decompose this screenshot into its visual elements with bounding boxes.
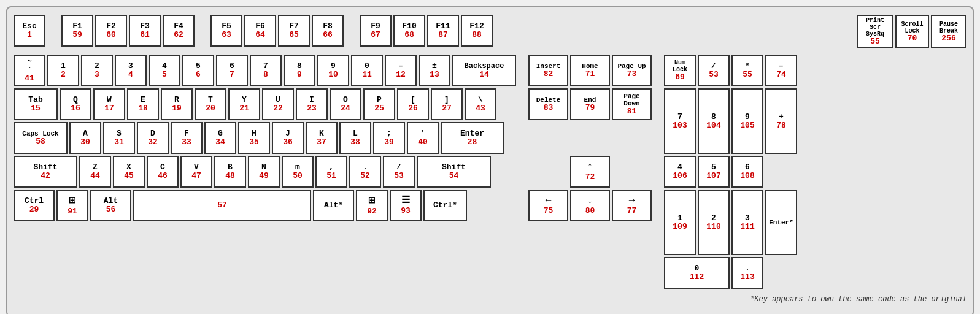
key-s[interactable]: S31 xyxy=(103,122,135,154)
key-npadd[interactable]: +78 xyxy=(765,88,797,154)
key-f[interactable]: F33 xyxy=(171,122,203,154)
key-f9[interactable]: F9 67 xyxy=(360,15,392,47)
key-right[interactable]: →77 xyxy=(612,190,652,221)
key-h[interactable]: H35 xyxy=(238,122,270,154)
key-rbracket[interactable]: ]27 xyxy=(431,88,463,120)
key-down[interactable]: ↓80 xyxy=(570,190,610,221)
key-n[interactable]: N49 xyxy=(248,156,280,188)
key-t[interactable]: T20 xyxy=(195,88,226,120)
key-lshift[interactable]: Shift42 xyxy=(14,156,77,188)
key-4[interactable]: 45 xyxy=(149,55,180,86)
key-f7[interactable]: F7 65 xyxy=(278,15,310,47)
key-rctrl[interactable]: Ctrl* xyxy=(423,190,467,221)
key-npenter[interactable]: Enter* xyxy=(765,190,797,255)
key-up[interactable]: ↑72 xyxy=(570,156,610,188)
key-7[interactable]: 78 xyxy=(250,55,282,86)
key-y[interactable]: Y21 xyxy=(228,88,260,120)
key-menu[interactable]: ☰ 93 xyxy=(390,190,422,221)
key-j[interactable]: J36 xyxy=(272,122,304,154)
key-8[interactable]: 89 xyxy=(284,55,315,86)
key-p[interactable]: P25 xyxy=(363,88,395,120)
key-lctrl[interactable]: Ctrl29 xyxy=(14,190,55,221)
key-u[interactable]: U22 xyxy=(262,88,294,120)
key-semicolon[interactable]: ;39 xyxy=(373,122,405,154)
key-f1[interactable]: F1 59 xyxy=(61,15,93,47)
key-slash[interactable]: /53 xyxy=(383,156,415,188)
key-r[interactable]: R19 xyxy=(161,88,193,120)
key-d[interactable]: D32 xyxy=(137,122,169,154)
key-o[interactable]: O24 xyxy=(330,88,361,120)
key-quote[interactable]: '40 xyxy=(407,122,439,154)
key-f10[interactable]: F10 68 xyxy=(393,15,425,47)
key-home[interactable]: Home71 xyxy=(570,55,610,86)
key-npdiv[interactable]: /53 xyxy=(698,55,730,86)
key-k[interactable]: K37 xyxy=(306,122,338,154)
key-lalt[interactable]: Alt56 xyxy=(90,190,131,221)
key-end[interactable]: End79 xyxy=(570,88,610,120)
key-pagedown[interactable]: PageDown81 xyxy=(612,88,652,120)
key-6[interactable]: 67 xyxy=(216,55,248,86)
key-l[interactable]: L38 xyxy=(339,122,371,154)
key-f6[interactable]: F6 64 xyxy=(244,15,276,47)
key-f3[interactable]: F3 61 xyxy=(129,15,161,47)
key-ralt[interactable]: Alt* xyxy=(313,190,354,221)
key-f2[interactable]: F2 60 xyxy=(95,15,127,47)
key-scrolllock[interactable]: ScrollLock 70 xyxy=(895,15,929,48)
key-np8[interactable]: 8104 xyxy=(698,88,730,154)
key-rshift[interactable]: Shift54 xyxy=(417,156,491,188)
key-b[interactable]: B48 xyxy=(214,156,246,188)
key-comma[interactable]: ,51 xyxy=(315,156,347,188)
key-2[interactable]: 23 xyxy=(81,55,113,86)
key-np6[interactable]: 6108 xyxy=(731,156,763,188)
key-i[interactable]: I23 xyxy=(296,88,328,120)
key-v[interactable]: V47 xyxy=(180,156,212,188)
key-f12[interactable]: F12 88 xyxy=(461,15,493,47)
key-np4[interactable]: 4106 xyxy=(664,156,696,188)
key-equals[interactable]: ± 13 xyxy=(419,55,450,86)
key-q[interactable]: Q16 xyxy=(60,88,91,120)
key-numlock[interactable]: NumLock69 xyxy=(664,55,696,86)
key-minus[interactable]: – 12 xyxy=(385,55,417,86)
key-tilde[interactable]: ~` 41 xyxy=(14,55,45,86)
key-a[interactable]: A30 xyxy=(69,122,101,154)
key-rwin[interactable]: ⊞ 92 xyxy=(356,190,388,221)
key-printscr[interactable]: Print ScrSysRq 55 xyxy=(857,15,893,48)
key-3[interactable]: 34 xyxy=(115,55,147,86)
key-lbracket[interactable]: [26 xyxy=(397,88,429,120)
key-space[interactable]: 57 xyxy=(133,190,311,221)
key-m[interactable]: m50 xyxy=(282,156,314,188)
key-capslock[interactable]: Caps Lock58 xyxy=(14,122,68,154)
key-pageup[interactable]: Page Up73 xyxy=(612,55,652,86)
key-c[interactable]: C46 xyxy=(147,156,179,188)
key-9[interactable]: 910 xyxy=(317,55,349,86)
key-np5[interactable]: 5107 xyxy=(698,156,730,188)
key-0[interactable]: 011 xyxy=(351,55,383,86)
key-delete[interactable]: Delete83 xyxy=(528,88,568,120)
key-period[interactable]: .52 xyxy=(349,156,381,188)
key-f5[interactable]: F5 63 xyxy=(210,15,242,47)
key-tab[interactable]: Tab15 xyxy=(14,88,58,120)
key-z[interactable]: Z44 xyxy=(79,156,111,188)
key-lwin[interactable]: ⊞ 91 xyxy=(56,190,88,221)
key-f11[interactable]: F11 87 xyxy=(427,15,459,47)
key-enter[interactable]: Enter28 xyxy=(441,122,504,154)
key-np9[interactable]: 9105 xyxy=(731,88,763,154)
key-x[interactable]: X45 xyxy=(113,156,145,188)
key-npdot[interactable]: .113 xyxy=(731,257,763,289)
key-np0[interactable]: 0112 xyxy=(664,257,730,289)
key-5[interactable]: 56 xyxy=(182,55,214,86)
key-esc[interactable]: Esc 1 xyxy=(14,15,45,47)
key-npmul[interactable]: *55 xyxy=(731,55,763,86)
key-f4[interactable]: F4 62 xyxy=(163,15,195,47)
key-np1[interactable]: 1109 xyxy=(664,190,696,255)
key-e[interactable]: E18 xyxy=(127,88,159,120)
key-1[interactable]: 12 xyxy=(47,55,79,86)
key-insert[interactable]: Insert82 xyxy=(528,55,568,86)
key-np2[interactable]: 2110 xyxy=(698,190,730,255)
key-npsub[interactable]: –74 xyxy=(765,55,797,86)
key-np3[interactable]: 3111 xyxy=(731,190,763,255)
key-np7[interactable]: 7103 xyxy=(664,88,696,154)
key-f8[interactable]: F8 66 xyxy=(312,15,344,47)
key-left[interactable]: ←75 xyxy=(528,190,568,221)
key-pause[interactable]: PauseBreak 256 xyxy=(931,15,966,48)
